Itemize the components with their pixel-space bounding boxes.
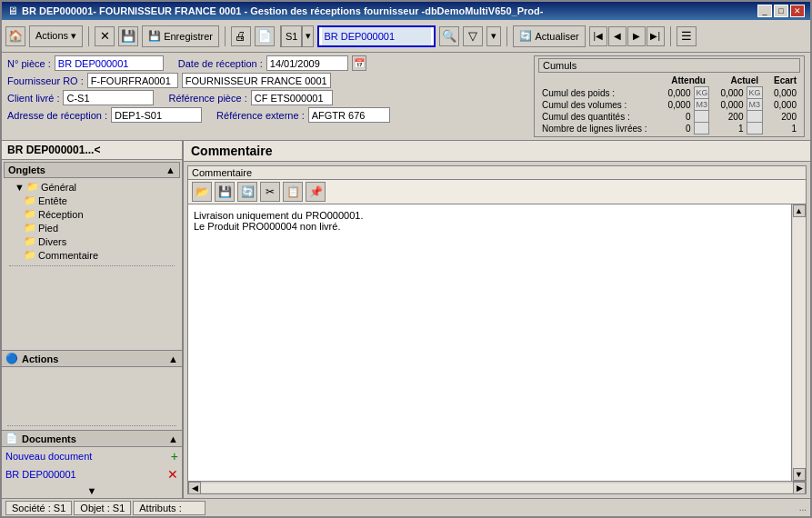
home-icon[interactable]: 🏠 [5, 26, 25, 46]
remove-doc1-icon[interactable]: ✕ [167, 467, 178, 482]
s1-label: S1 [286, 31, 297, 42]
ref-externe-value: AFGTR 676 [308, 107, 390, 123]
objet-status: Objet : S1 [74, 501, 131, 515]
main-window: 🖥 BR DEP000001- FOURNISSEUR FRANCE 0001 … [0, 0, 812, 518]
title-bar: 🖥 BR DEP000001- FOURNISSEUR FRANCE 0001 … [2, 2, 810, 20]
fournisseur-code: F-FOURFRA0001 [87, 73, 178, 88]
filter-dropdown-button[interactable]: ▾ [486, 26, 501, 46]
app-icon: 🖥 [7, 5, 18, 17]
cmt-refresh-icon[interactable]: 🔄 [237, 182, 257, 202]
search-box [317, 25, 436, 47]
tree-item-pied[interactable]: 📁 Pied [22, 221, 180, 234]
folder-divers-icon: 📁 [24, 235, 36, 247]
print-icon[interactable]: 🖨 [231, 26, 251, 46]
scroll-up-arrow[interactable]: ▲ [793, 204, 806, 217]
cmt-save-icon[interactable]: 💾 [215, 182, 235, 202]
main-split: BR DEP000001...< Onglets ▲ ▼ 📁 Général 📁… [2, 141, 810, 498]
delete-icon[interactable]: ✕ [95, 26, 115, 46]
search-icon[interactable]: 🔍 [439, 26, 459, 46]
cmt-paste-icon[interactable]: 📌 [306, 182, 326, 202]
h-scroll-left-arrow[interactable]: ◀ [188, 482, 201, 494]
filter-icon[interactable]: ▽ [463, 26, 483, 46]
nav-buttons: |◀ ◀ ▶ ▶| [589, 26, 665, 46]
new-document-item[interactable]: Nouveau document + [2, 447, 182, 465]
doc1-item[interactable]: BR DEP000001 ✕ [2, 465, 182, 483]
scroll-down-arrow[interactable]: ▼ [793, 468, 806, 481]
col-attendu: Attendu [657, 75, 709, 87]
doc1-label: BR DEP000001 [5, 469, 76, 480]
piece-value: BR DEP000001 [55, 55, 164, 71]
pied-label: Pied [38, 223, 58, 234]
window-title: BR DEP000001- FOURNISSEUR FRANCE 0001 - … [22, 5, 543, 16]
tree-area: Onglets ▲ ▼ 📁 Général 📁 Entête 📁 [2, 160, 182, 350]
date-value: 14/01/2009 [266, 55, 348, 71]
onglets-section-title[interactable]: Onglets ▲ [4, 162, 180, 178]
documents-label: Documents [22, 433, 76, 444]
tree-item-entete[interactable]: 📁 Entête [22, 194, 180, 207]
actions-section-title[interactable]: 🔵 Actions ▲ [2, 351, 182, 367]
s1-dropdown-button[interactable]: ▾ [302, 26, 313, 46]
documents-section: 📄 Documents ▲ Nouveau document + BR DEP0… [2, 430, 182, 498]
calendar-button[interactable]: 📅 [352, 55, 366, 71]
general-label: Général [41, 182, 76, 193]
separator-1 [88, 26, 89, 46]
vertical-scrollbar[interactable]: ▲ ▼ [791, 204, 806, 481]
adresse-row: Adresse de réception : DEP1-S01 Référenc… [7, 107, 526, 123]
maximize-button[interactable]: □ [774, 5, 788, 17]
ref-externe-label: Référence externe : [216, 110, 305, 121]
actions-content [2, 367, 182, 422]
right-panel: Commentaire Commentaire 📂 💾 🔄 ✂ 📋 📌 Livr… [184, 141, 810, 498]
client-value: C-S1 [63, 90, 154, 105]
comment-line-1: Livraison uniquement du PRO000001. [194, 210, 786, 221]
save-small-icon[interactable]: 💾 [118, 26, 138, 46]
refresh-icon: 🔄 [519, 30, 532, 42]
reception-label: Réception [38, 209, 84, 220]
s1-button[interactable]: S1 [281, 25, 302, 47]
tree-item-divers[interactable]: 📁 Divers [22, 234, 180, 248]
comment-line-2: Le Produit PRO000004 non livré. [194, 221, 786, 232]
horizontal-scrollbar[interactable]: ◀ ▶ [188, 481, 806, 493]
cumuls-row-0: Cumul des poids : 0,000 KG 0,000 KG 0,00… [538, 87, 800, 99]
h-scroll-right-arrow[interactable]: ▶ [793, 482, 806, 494]
tree-item-general[interactable]: ▼ 📁 Général [13, 180, 180, 194]
search-input[interactable] [322, 27, 431, 45]
refresh-button[interactable]: 🔄 Actualiser [513, 25, 585, 47]
enregistrer-label: Enregistrer [164, 31, 213, 42]
menu-icon[interactable]: ☰ [677, 26, 697, 46]
refresh-label: Actualiser [535, 31, 578, 42]
title-bar-buttons: _ □ ✕ [757, 5, 805, 17]
actions-section: 🔵 Actions ▲ [2, 350, 182, 430]
cmt-open-icon[interactable]: 📂 [192, 182, 212, 202]
scroll-track [793, 217, 806, 468]
cumuls-title: Cumuls [538, 58, 800, 73]
cumuls-section: Cumuls Attendu Actuel Ecart Cumul des po… [534, 55, 805, 137]
minimize-button[interactable]: _ [757, 5, 772, 17]
cmt-cut-icon[interactable]: ✂ [260, 182, 280, 202]
add-document-icon[interactable]: + [171, 449, 178, 463]
separator-4 [670, 26, 671, 46]
panel-title: BR DEP000001...< [2, 141, 182, 160]
tree-item-commentaire[interactable]: 📁 Commentaire [22, 248, 180, 262]
scroll-down-button[interactable]: ▼ [2, 483, 182, 498]
cmt-copy-icon[interactable]: 📋 [283, 182, 303, 202]
folder-general-icon: 📁 [26, 181, 39, 193]
commentaire-inner-title: Commentaire [188, 166, 806, 180]
enregistrer-button[interactable]: 💾 Enregistrer [142, 25, 219, 47]
nav-first-button[interactable]: |◀ [589, 26, 607, 46]
nav-next-button[interactable]: ▶ [627, 26, 646, 46]
actions-section-label: Actions [22, 354, 58, 364]
close-button[interactable]: ✕ [790, 5, 805, 17]
print2-icon[interactable]: 📄 [255, 26, 275, 46]
documents-title[interactable]: 📄 Documents ▲ [2, 431, 182, 447]
nav-prev-button[interactable]: ◀ [608, 26, 627, 46]
piece-row: N° pièce : BR DEP000001 Date de réceptio… [7, 55, 526, 71]
documents-icon: 📄 [5, 433, 18, 444]
tree-item-reception[interactable]: 📁 Réception [22, 207, 180, 221]
cumuls-row-2: Cumul des quantités : 0 200 200 [538, 111, 800, 123]
status-dots: ... [799, 503, 807, 513]
client-row: Client livré : C-S1 Référence pièce : CF… [7, 90, 526, 105]
actions-button[interactable]: Actions ▾ [29, 25, 83, 47]
folder-entete-icon: 📁 [24, 194, 36, 206]
nav-last-button[interactable]: ▶| [647, 26, 665, 46]
folder-commentaire-icon: 📁 [24, 249, 36, 261]
